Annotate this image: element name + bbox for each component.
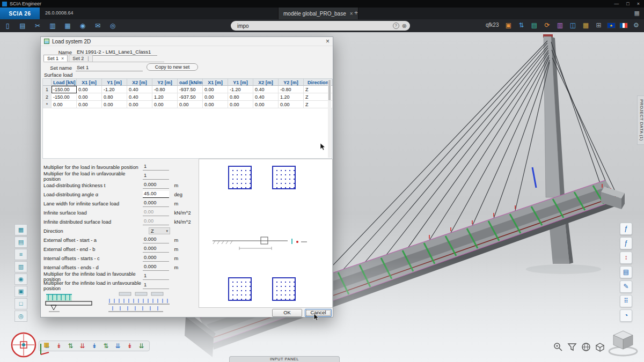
- open-project-icon[interactable]: ▤: [18, 21, 27, 31]
- table-cell[interactable]: -937.50: [178, 86, 203, 93]
- table-cell[interactable]: -1.20: [228, 86, 253, 93]
- search-box[interactable]: ? ⊗: [231, 21, 410, 31]
- report-icon[interactable]: ▥: [555, 21, 565, 30]
- new-project-icon[interactable]: ▯: [3, 21, 12, 31]
- thermal-load-icon[interactable]: ↡: [90, 342, 98, 350]
- search-clear-icon[interactable]: ⊗: [402, 23, 407, 29]
- zoom-icon[interactable]: [553, 342, 564, 352]
- table-cell[interactable]: 1.20: [152, 93, 178, 101]
- direction-select[interactable]: Z ▾: [149, 227, 170, 234]
- table-cell[interactable]: 0.00: [127, 101, 152, 108]
- field-input[interactable]: 0.00: [143, 218, 169, 225]
- table-cell[interactable]: -937.50: [178, 93, 203, 101]
- find-icon[interactable]: ◎: [108, 21, 118, 31]
- set-tab-close-icon[interactable]: ×: [61, 56, 64, 61]
- layers-icon[interactable]: ▦: [63, 21, 72, 31]
- input-panel-tab[interactable]: INPUT PANEL: [229, 356, 340, 362]
- table-cell[interactable]: 0.40: [127, 86, 152, 93]
- user-settings-icon[interactable]: ⚙: [632, 21, 641, 30]
- line-load-icon[interactable]: ↡: [55, 342, 63, 350]
- table-cell[interactable]: 0.00: [203, 101, 228, 108]
- search-help-icon[interactable]: ?: [393, 23, 399, 29]
- table-cell[interactable]: 0.00: [228, 101, 253, 108]
- table-cell[interactable]: 0.00: [77, 86, 102, 93]
- mobile-load-icon[interactable]: ⇊: [114, 342, 122, 350]
- project-data-tab[interactable]: PROJECT DATA (1): [637, 95, 644, 145]
- field-input[interactable]: 1: [143, 173, 169, 180]
- table-cell[interactable]: 0.00: [203, 93, 228, 101]
- france-flag-icon[interactable]: [619, 23, 628, 28]
- copy-to-new-set-button[interactable]: Copy to new set: [147, 63, 198, 71]
- table-cell[interactable]: 0.40: [253, 86, 279, 93]
- table-cell[interactable]: 1.20: [279, 93, 304, 101]
- target-button[interactable]: ◉: [14, 274, 27, 285]
- dialog-close-icon[interactable]: ×: [326, 38, 330, 45]
- table-cell[interactable]: 0.80: [102, 93, 127, 101]
- table-scrollbar[interactable]: [328, 79, 331, 158]
- set-name-field[interactable]: Set 1: [76, 64, 143, 71]
- document-tab[interactable]: modèle global_PRO_base ×: [278, 8, 358, 19]
- section-tool-button[interactable]: ƒ: [620, 223, 632, 235]
- navigation-gizmo[interactable]: [10, 331, 38, 359]
- table-cell[interactable]: 0.80: [228, 93, 253, 101]
- copy-icon[interactable]: ▥: [48, 21, 57, 31]
- table-cell[interactable]: -0.80: [152, 86, 178, 93]
- tab-set-1[interactable]: Set 1 ×: [43, 55, 68, 62]
- table-cell[interactable]: 0.00: [253, 101, 279, 108]
- table-cell[interactable]: 0.00: [77, 93, 102, 101]
- filter-icon[interactable]: [567, 342, 577, 352]
- navigation-cube[interactable]: [608, 327, 639, 358]
- table-cell[interactable]: 0.00: [52, 101, 77, 108]
- grid-button[interactable]: ▦: [14, 224, 27, 235]
- project-box-icon[interactable]: ▣: [504, 21, 513, 30]
- table-cell[interactable]: -150.00: [52, 86, 77, 93]
- field-input[interactable]: 0.000: [143, 246, 169, 253]
- globe-view-icon[interactable]: [581, 342, 591, 352]
- view-icon[interactable]: ◉: [78, 21, 87, 31]
- field-input[interactable]: 1: [143, 273, 169, 280]
- list-button[interactable]: ▤: [14, 237, 27, 248]
- field-input[interactable]: 0.000: [143, 200, 169, 207]
- refresh-icon[interactable]: ⟳: [543, 21, 552, 30]
- surface-load-icon[interactable]: ⇅: [67, 342, 75, 350]
- close-button[interactable]: ×: [637, 1, 640, 6]
- field-input[interactable]: 0.000: [143, 237, 169, 243]
- table-cell[interactable]: 0.00: [279, 101, 304, 108]
- table-cell[interactable]: 0.00: [203, 86, 228, 93]
- boxes-button[interactable]: ▣: [14, 286, 27, 297]
- table-cell[interactable]: 0.40: [253, 93, 279, 101]
- circle-button[interactable]: ◎: [14, 311, 27, 322]
- tab-set-2[interactable]: Set 2 |: [69, 55, 92, 62]
- tools-icon[interactable]: ✂: [33, 21, 42, 31]
- table-tool-button[interactable]: ▤: [620, 266, 632, 278]
- field-input[interactable]: 0.00: [143, 209, 169, 216]
- table-cell[interactable]: 0.00: [102, 101, 127, 108]
- dimension-tool-button[interactable]: ↕: [620, 252, 632, 264]
- field-input[interactable]: 1: [143, 164, 169, 171]
- table-cell[interactable]: -1.20: [102, 86, 127, 93]
- field-input[interactable]: 0.000: [143, 255, 169, 262]
- tab-close-icon[interactable]: ×: [350, 11, 353, 17]
- profile-tool-button[interactable]: ƒ: [620, 237, 632, 249]
- eu-flag-icon[interactable]: ★: [607, 23, 616, 28]
- minimize-button[interactable]: —: [614, 1, 619, 6]
- frame-button[interactable]: □: [14, 298, 27, 309]
- field-input[interactable]: 0.000: [143, 264, 169, 271]
- maximize-button[interactable]: □: [626, 1, 629, 6]
- exchange-icon[interactable]: ⇅: [517, 21, 526, 30]
- solid-view-icon[interactable]: [595, 342, 605, 352]
- results-icon[interactable]: ▤: [530, 21, 539, 30]
- user-menu[interactable]: qfk23: [486, 22, 499, 28]
- grid-tool-button[interactable]: ⠿: [620, 295, 632, 307]
- edit-tool-button[interactable]: ✎: [620, 280, 632, 293]
- table-cell[interactable]: 0.40: [127, 93, 152, 101]
- new-tab-button[interactable]: +: [354, 9, 358, 17]
- moment-load-icon[interactable]: ⇊: [78, 342, 86, 350]
- table-cell[interactable]: -150.00: [52, 93, 77, 101]
- table-icon[interactable]: ▦: [581, 21, 590, 30]
- field-input[interactable]: 1: [143, 282, 169, 289]
- dialog-titlebar[interactable]: Load system 2D ×: [41, 37, 333, 46]
- layout-icon[interactable]: ▦: [634, 10, 640, 17]
- table-cell[interactable]: -0.80: [279, 86, 304, 93]
- field-input-focused[interactable]: 45.00: [143, 191, 169, 198]
